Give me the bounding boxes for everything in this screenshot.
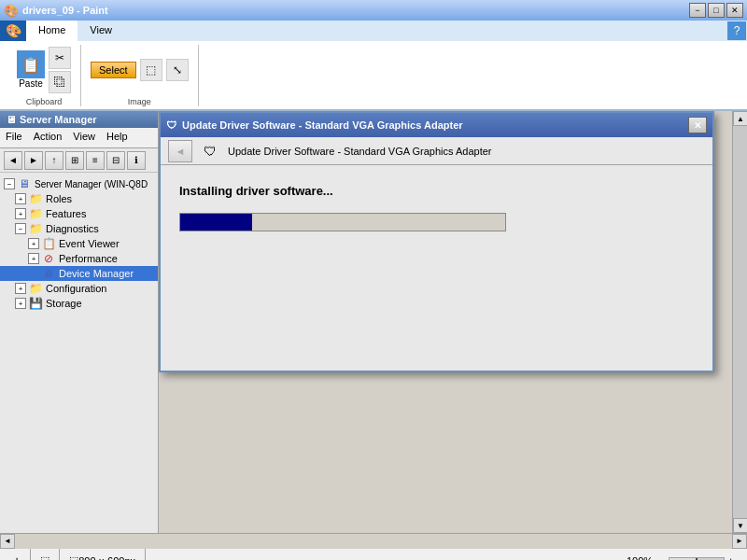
paint-home-icon[interactable]: 🎨 [0, 21, 26, 41]
tree-item-diagnostics[interactable]: − 📁 Diagnostics [0, 221, 158, 236]
update-driver-dialog: 🛡 Update Driver Software - Standard VGA … [159, 111, 714, 372]
zoom-slider-track[interactable] [669, 557, 725, 561]
progress-bar-fill [180, 214, 252, 231]
view-icons-btn[interactable]: ⊟ [106, 151, 125, 170]
expand-roles[interactable]: + [15, 193, 26, 204]
expand-config[interactable]: + [15, 283, 26, 294]
paint-title-text: 🎨 drivers_09 - Paint [4, 4, 108, 18]
scroll-down-button[interactable]: ▼ [733, 518, 747, 533]
close-button[interactable]: ✕ [726, 3, 743, 18]
dialog-body: Installing driver software... [161, 165, 712, 371]
zoom-plus-button[interactable]: + [728, 555, 734, 561]
sidebar-tree: − 🖥 Server Manager (WIN-Q8D + 📁 Roles + … [0, 173, 158, 315]
status-size-section: ⬚ 747 × 560px [60, 549, 146, 560]
properties-btn[interactable]: ℹ [127, 151, 146, 170]
clipboard-group: 📋 Paste ✂ ⿻ Clipboard [7, 45, 81, 106]
dialog-title-bar: 🛡 Update Driver Software - Standard VGA … [161, 113, 712, 137]
device-manager-icon: 🖥 [41, 267, 56, 280]
menu-file[interactable]: File [0, 128, 28, 147]
expand-server[interactable]: − [4, 178, 15, 189]
show-hide-btn[interactable]: ⊞ [65, 151, 84, 170]
sidebar-menu: File Action View Help [0, 128, 158, 148]
configuration-icon: 📁 [28, 282, 43, 295]
nav-back-button[interactable]: ◄ [4, 151, 22, 170]
tree-item-roles[interactable]: + 📁 Roles [0, 191, 158, 206]
progress-bar-container [179, 213, 506, 231]
tree-item-server-manager[interactable]: − 🖥 Server Manager (WIN-Q8D [0, 176, 158, 191]
storage-icon: 💾 [28, 297, 43, 310]
sidebar-toolbar: ◄ ► ↑ ⊞ ≡ ⊟ ℹ [0, 148, 158, 173]
tree-item-storage[interactable]: + 💾 Storage [0, 296, 158, 311]
paint-ribbon: 🎨 Home View ? 📋 Paste ✂ ⿻ Clipboard [0, 21, 747, 111]
menu-help[interactable]: Help [101, 128, 134, 147]
dialog-title-left: 🛡 Update Driver Software - Standard VGA … [166, 119, 463, 131]
event-viewer-icon: 📋 [41, 237, 56, 250]
expand-storage[interactable]: + [15, 298, 26, 309]
paste-icon: 📋 [17, 50, 45, 78]
view-mode-btn[interactable]: ≡ [86, 151, 105, 170]
expand-event[interactable]: + [28, 238, 39, 249]
server-manager-sidebar: 🖥 Server Manager File Action View Help ◄… [0, 111, 159, 533]
diagnostics-icon: 📁 [28, 222, 43, 235]
main-area: 🖥 Server Manager File Action View Help ◄… [0, 111, 747, 533]
copy-button[interactable]: ⿻ [49, 71, 71, 93]
menu-view[interactable]: View [67, 128, 101, 147]
ribbon-body: 📋 Paste ✂ ⿻ Clipboard Select ⬚ ⤡ Image [0, 41, 747, 110]
content-area: 🛡 Update Driver Software - Standard VGA … [159, 111, 732, 533]
expand-perf[interactable]: + [28, 253, 39, 264]
installing-text: Installing driver software... [179, 184, 694, 198]
canvas-size-text: 747 × 560px [78, 555, 135, 561]
resize-button[interactable]: ⤡ [166, 59, 189, 81]
status-canvas-icon: ⬚ [31, 549, 60, 560]
nav-up-button[interactable]: ↑ [45, 151, 63, 170]
minimize-button[interactable]: − [689, 3, 706, 18]
expand-diagnostics[interactable]: − [15, 223, 26, 234]
select-button[interactable]: Select [91, 62, 136, 78]
zoom-text: 100% [627, 555, 653, 561]
tab-view[interactable]: View [78, 21, 124, 41]
canvas-icon: ⬚ [40, 554, 49, 560]
tab-home[interactable]: Home [26, 21, 78, 41]
zoom-minus-button[interactable]: − [658, 555, 664, 561]
tree-item-event-viewer[interactable]: + 📋 Event Viewer [0, 236, 158, 251]
scroll-up-button[interactable]: ▲ [733, 111, 747, 126]
nav-forward-button[interactable]: ► [24, 151, 43, 170]
status-add-section: + [4, 549, 31, 560]
sidebar-title-icon: 🖥 [6, 114, 16, 125]
features-icon: 📁 [28, 207, 43, 220]
menu-action[interactable]: Action [28, 128, 68, 147]
scroll-track[interactable] [733, 126, 747, 518]
crop-button[interactable]: ⬚ [140, 59, 162, 81]
dialog-back-button[interactable]: ◄ [168, 140, 192, 162]
maximize-button[interactable]: □ [708, 3, 725, 18]
image-group: Select ⬚ ⤡ Image [81, 45, 199, 106]
dialog-toolbar: ◄ 🛡 Update Driver Software - Standard VG… [161, 137, 712, 165]
vertical-scrollbar[interactable]: ▲ ▼ [732, 111, 747, 533]
horizontal-scrollbar[interactable]: ◄ ► [0, 533, 747, 548]
ribbon-tabs: 🎨 Home View ? [0, 21, 747, 41]
tree-item-device-manager[interactable]: 🖥 Device Manager [0, 266, 158, 281]
performance-icon: ⊘ [41, 252, 56, 265]
h-scroll-track[interactable] [15, 534, 732, 549]
paint-title-bar: 🎨 drivers_09 - Paint − □ ✕ [0, 0, 747, 21]
help-icon[interactable]: ? [727, 21, 746, 40]
tree-item-performance[interactable]: + ⊘ Performance [0, 251, 158, 266]
scroll-right-button[interactable]: ► [732, 534, 747, 549]
status-zoom-section: 100% − + [617, 549, 743, 560]
status-add-icon[interactable]: + [13, 553, 21, 561]
roles-icon: 📁 [28, 192, 43, 205]
dialog-close-button[interactable]: ✕ [688, 117, 707, 133]
dialog-title-text: Update Driver Software - Standard VGA Gr… [182, 119, 463, 131]
scroll-left-button[interactable]: ◄ [0, 534, 15, 549]
expand-features[interactable]: + [15, 208, 26, 219]
dialog-icon: 🛡 [198, 140, 222, 162]
tree-item-configuration[interactable]: + 📁 Configuration [0, 281, 158, 296]
server-manager-icon: 🖥 [17, 177, 32, 190]
status-bar: + ⬚ ⬚ 747 × 560px 100% − + [0, 548, 747, 560]
dialog-shield-icon: 🛡 [166, 119, 176, 131]
paste-button[interactable]: 📋 Paste [17, 50, 45, 89]
paint-icon: 🎨 [4, 4, 19, 18]
tree-item-features[interactable]: + 📁 Features [0, 206, 158, 221]
title-bar-buttons: − □ ✕ [689, 3, 743, 18]
cut-button[interactable]: ✂ [49, 47, 71, 69]
